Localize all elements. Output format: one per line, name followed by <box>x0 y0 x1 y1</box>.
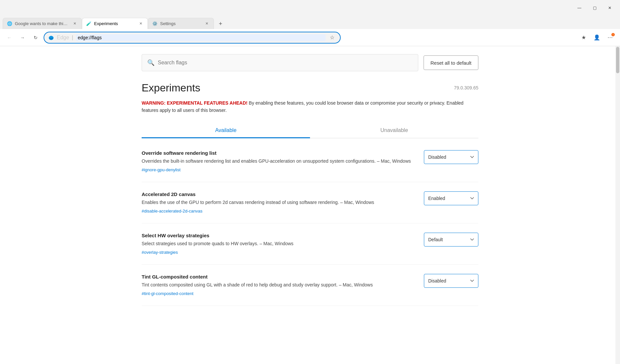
scrollbar-thumb[interactable] <box>616 47 619 73</box>
flag-control: Default Disabled Enabled <box>424 274 478 288</box>
tab-settings[interactable]: ⚙️ Settings ✕ <box>148 18 214 29</box>
scrollbar-track <box>615 46 620 364</box>
flag-link[interactable]: #tint-gl-composited-content <box>142 291 193 296</box>
tab-unavailable[interactable]: Unavailable <box>310 123 478 138</box>
search-icon: 🔍 <box>147 59 155 66</box>
page-header: Experiments 79.0.309.65 <box>142 82 478 94</box>
warning-text: WARNING: EXPERIMENTAL FEATURES AHEAD! By… <box>142 99 478 114</box>
minimize-button[interactable]: — <box>572 0 587 16</box>
tab-close-experiments[interactable]: ✕ <box>138 21 144 27</box>
flag-info: Override software rendering list Overrid… <box>142 150 416 173</box>
tabs-row: Available Unavailable <box>142 123 478 138</box>
flag-desc: Tint contents composited using GL with a… <box>142 281 416 288</box>
flag-desc: Select strategies used to promote quads … <box>142 240 416 247</box>
flag-link[interactable]: #ignore-gpu-denylist <box>142 167 181 172</box>
tab-title-experiments: Experiments <box>94 21 135 26</box>
flag-item: Accelerated 2D canvas Enables the use of… <box>142 182 478 223</box>
favorites-star-icon[interactable]: ☆ <box>328 34 336 42</box>
flag-item: Tint GL-composited content Tint contents… <box>142 265 478 306</box>
search-input[interactable] <box>158 60 413 66</box>
new-tab-button[interactable]: + <box>215 18 226 29</box>
flag-select[interactable]: Default Disabled Enabled <box>424 233 478 247</box>
flag-name: Accelerated 2D canvas <box>142 191 416 197</box>
edge-browser-icon <box>48 35 54 41</box>
search-bar-wrap: 🔍 Reset all to default <box>142 54 478 71</box>
address-bar-area: ← → ↻ Edge | ☆ ★ 👤 ⋯ 1 <box>0 29 620 46</box>
flag-control: Default Disabled Enabled <box>424 191 478 205</box>
tab-title-settings: Settings <box>160 21 201 26</box>
favorites-button[interactable]: ★ <box>578 32 590 44</box>
tab-close-settings[interactable]: ✕ <box>204 21 210 27</box>
title-bar: — ▢ ✕ <box>0 0 620 16</box>
flags-page: 🔍 Reset all to default Experiments 79.0.… <box>128 46 492 306</box>
address-pipe: | <box>72 35 73 41</box>
warning-prefix: WARNING: EXPERIMENTAL FEATURES AHEAD! <box>142 100 248 106</box>
tab-available[interactable]: Available <box>142 123 310 138</box>
maximize-button[interactable]: ▢ <box>587 0 602 16</box>
window-controls: — ▢ ✕ <box>572 0 617 16</box>
browser-content: 🔍 Reset all to default Experiments 79.0.… <box>0 46 620 364</box>
flag-name: Select HW overlay strategies <box>142 233 416 238</box>
address-input[interactable] <box>76 34 326 41</box>
flag-select[interactable]: Default Disabled Enabled <box>424 274 478 288</box>
page-title: Experiments <box>142 82 200 94</box>
flag-control: Default Disabled Enabled <box>424 150 478 164</box>
flag-select[interactable]: Default Disabled Enabled <box>424 150 478 164</box>
profile-button[interactable]: 👤 <box>591 32 603 44</box>
flag-info: Select HW overlay strategies Select stra… <box>142 233 416 255</box>
refresh-button[interactable]: ↻ <box>30 32 41 43</box>
notification-badge: 1 <box>611 33 615 36</box>
flag-list: Override software rendering list Overrid… <box>142 141 478 306</box>
flag-desc: Enables the use of the GPU to perform 2d… <box>142 199 416 206</box>
flag-control: Default Disabled Enabled <box>424 233 478 247</box>
tab-title-google: Google wants to make third-par... <box>15 21 69 26</box>
flag-item: Select HW overlay strategies Select stra… <box>142 223 478 265</box>
tab-bar: 🌐 Google wants to make third-par... ✕ 🧪 … <box>0 16 620 29</box>
tab-experiments[interactable]: 🧪 Experiments ✕ <box>82 18 148 29</box>
address-bar[interactable]: Edge | ☆ <box>44 32 341 44</box>
flag-info: Accelerated 2D canvas Enables the use of… <box>142 191 416 214</box>
flag-name: Tint GL-composited content <box>142 274 416 280</box>
search-bar: 🔍 <box>142 54 418 71</box>
close-button[interactable]: ✕ <box>602 0 617 16</box>
tab-icon-google: 🌐 <box>7 21 12 26</box>
flag-desc: Overrides the built-in software renderin… <box>142 158 416 165</box>
flag-select[interactable]: Default Disabled Enabled <box>424 191 478 205</box>
flag-name: Override software rendering list <box>142 150 416 156</box>
tab-icon-experiments: 🧪 <box>86 21 91 26</box>
tab-close-google[interactable]: ✕ <box>72 21 78 27</box>
reset-all-button[interactable]: Reset all to default <box>424 55 478 70</box>
tab-icon-settings: ⚙️ <box>152 21 157 26</box>
flag-link[interactable]: #overlay-strategies <box>142 250 178 255</box>
tab-google[interactable]: 🌐 Google wants to make third-par... ✕ <box>3 18 82 29</box>
flag-item: Override software rendering list Overrid… <box>142 141 478 182</box>
flag-info: Tint GL-composited content Tint contents… <box>142 274 416 296</box>
version-text: 79.0.309.65 <box>454 82 478 90</box>
flag-link[interactable]: #disable-accelerated-2d-canvas <box>142 209 202 214</box>
browser-actions-button[interactable]: ⋯ 1 <box>604 32 616 44</box>
back-button[interactable]: ← <box>4 32 15 43</box>
address-divider: Edge <box>57 35 69 41</box>
forward-button[interactable]: → <box>17 32 28 43</box>
toolbar-right: ★ 👤 ⋯ 1 <box>578 32 616 44</box>
